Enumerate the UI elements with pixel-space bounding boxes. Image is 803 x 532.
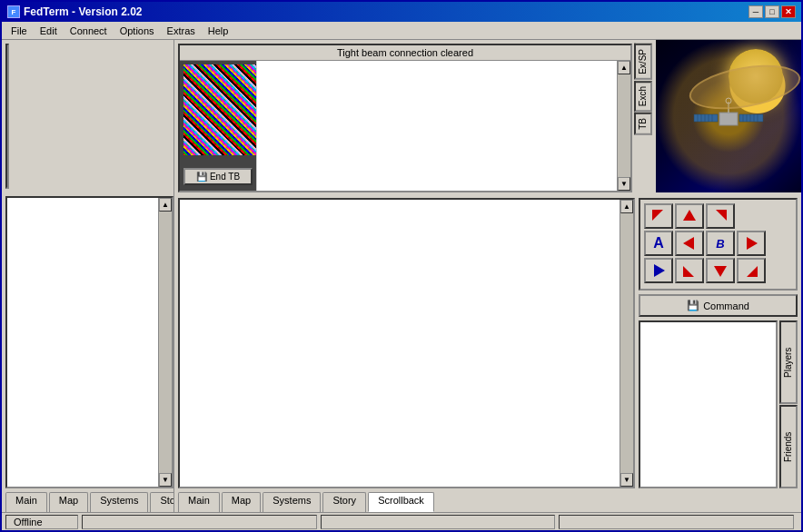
disk-icon: 💾 [196,172,207,182]
svg-marker-22 [714,266,727,277]
status-bar: Offline [2,512,801,530]
scroll-up-button[interactable]: ▲ [159,198,172,212]
arrow-ne-button[interactable] [706,203,735,229]
main-content: Location ▲ ▼ [2,40,801,512]
svg-marker-21 [683,266,694,277]
svg-marker-19 [747,237,758,250]
tb-static-image [183,64,256,155]
arrow-n-button[interactable] [675,203,704,229]
lower-scrollbar: ▲ ▼ [620,200,633,487]
tb-title-bar: Tight beam connection cleared [180,45,630,61]
svg-marker-23 [747,266,758,277]
space-image [656,40,801,192]
status-offline: Offline [5,515,78,529]
left-panel: Location ▲ ▼ [2,40,174,512]
tab-systems[interactable]: Systems [90,492,148,512]
arrow-se-button[interactable] [737,258,766,283]
maximize-button[interactable]: □ [765,5,779,18]
arrow-b-button[interactable]: B [706,231,735,256]
end-tb-button[interactable]: 💾 End TB [183,168,253,185]
lower-content: ▲ ▼ [2,194,173,490]
app-icon: F [7,5,20,18]
svg-marker-17 [716,210,727,221]
lower-tab-systems[interactable]: Systems [263,492,321,512]
arrow-w-button[interactable] [675,231,704,256]
tb-panel: Tight beam connection cleared 💾 End TB ▲ [178,44,632,192]
end-tb-label: End TB [210,172,240,182]
main-scrollbar: ▲ ▼ [158,198,172,487]
command-label: Command [703,300,749,311]
window-controls: ─ □ ✕ [748,5,796,18]
vtab-exch[interactable]: Exch [634,81,652,112]
location-label: Location [5,45,7,187]
lower-tab-scrollback[interactable]: Scrollback [368,492,434,512]
arrow-auto-button[interactable]: A [644,231,673,256]
tab-map[interactable]: Map [49,492,88,512]
svg-point-14 [726,98,731,103]
title-bar-left: F FedTerm - Version 2.02 [7,5,143,18]
tb-scroll-up[interactable]: ▲ [618,61,630,74]
menu-bar: File Edit Connect Options Extras Help [2,22,801,40]
tb-content: 💾 End TB ▲ ▼ [180,61,630,191]
arrow-s-button[interactable] [706,258,735,283]
satellite-svg [692,94,765,149]
vtab-friends[interactable]: Friends [779,405,798,488]
arrows-grid: A B [639,198,798,291]
lower-tabs-bar: Main Map Systems Story Scrollback [174,490,801,512]
arrow-e-button[interactable] [737,231,766,256]
players-friends-tabs: Players Friends [779,320,798,488]
players-friends-area: Players Friends [639,320,798,488]
tb-scroll-track [618,74,630,177]
main-text-area: ▲ ▼ [5,196,173,488]
players-list [639,320,778,488]
command-icon: 💾 [687,300,699,311]
right-vtabs: Ex/SP Exch TB [634,44,652,192]
tb-message-area [257,61,617,191]
scroll-down-button[interactable]: ▼ [159,473,172,487]
lower-tab-story[interactable]: Story [322,492,366,512]
status-cell-4 [559,515,794,529]
vtab-exsp[interactable]: Ex/SP [634,44,652,80]
lower-scroll-track [620,213,633,473]
svg-marker-20 [654,264,665,277]
bottom-section: ▲ ▼ Main Map Systems Story Scrollback [2,194,173,512]
window-title: FedTerm - Version 2.02 [24,5,143,18]
vtab-players[interactable]: Players [779,320,798,404]
svg-rect-0 [719,113,738,125]
status-cell-2 [82,515,317,529]
lower-text-content [180,200,620,487]
vtab-tb[interactable]: TB [634,113,652,135]
main-text-content [7,198,158,487]
lower-tab-map[interactable]: Map [222,492,261,512]
tb-scroll-down[interactable]: ▼ [618,177,630,191]
arrow-right-blue-button[interactable] [644,258,673,283]
lower-tab-main[interactable]: Main [178,492,220,512]
arrow-sw-button[interactable] [675,258,704,283]
command-button[interactable]: 💾 Command [639,294,798,317]
arrow-nw-button[interactable] [644,203,673,229]
lower-scroll-down[interactable]: ▼ [620,473,633,487]
menu-connect[interactable]: Connect [64,25,113,37]
lower-scroll-up[interactable]: ▲ [620,200,633,213]
title-bar: F FedTerm - Version 2.02 ─ □ ✕ [2,2,801,22]
tb-scrollbar: ▲ ▼ [617,61,630,191]
status-cell-3 [321,515,556,529]
tb-image-area: 💾 End TB [180,61,257,191]
tab-main[interactable]: Main [5,492,47,512]
menu-file[interactable]: File [5,25,33,37]
minimize-button[interactable]: ─ [748,5,763,18]
location-box: Location [5,44,9,189]
tabs-bar: Main Map Systems Story Scrollback [2,490,173,512]
lower-main-text-area: ▲ ▼ [178,198,635,488]
svg-marker-16 [683,210,696,221]
scroll-track [159,212,172,473]
menu-options[interactable]: Options [114,25,160,37]
right-nav-panel: A B [639,198,798,488]
main-window: F FedTerm - Version 2.02 ─ □ ✕ File Edit… [0,0,803,532]
tab-story[interactable]: Story [150,492,173,512]
svg-marker-15 [652,210,663,221]
menu-help[interactable]: Help [203,25,234,37]
menu-edit[interactable]: Edit [35,25,63,37]
menu-extras[interactable]: Extras [162,25,201,37]
close-button[interactable]: ✕ [781,5,796,18]
